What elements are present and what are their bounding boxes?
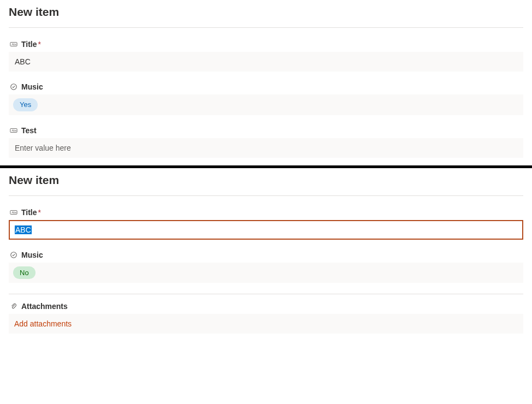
field-music: Music No — [9, 251, 523, 283]
field-music-label-row: Music — [9, 82, 523, 91]
field-attachments-label: Attachments — [21, 302, 68, 311]
header-divider — [9, 27, 523, 28]
test-input[interactable]: Enter value here — [9, 138, 523, 158]
header-divider — [9, 195, 523, 196]
add-attachments-button[interactable]: Add attachments — [9, 314, 523, 334]
music-input[interactable]: No — [9, 263, 523, 283]
music-pill-no[interactable]: No — [13, 266, 36, 280]
required-asterisk: * — [38, 40, 41, 49]
form-panel-1: New item Abc Title* ABC Mu — [0, 0, 532, 165]
text-field-icon: Abc — [10, 40, 17, 48]
form-header: New item — [9, 5, 523, 19]
form-header: New item — [9, 174, 523, 187]
field-attachments-label-row: Attachments — [9, 302, 523, 311]
field-music-label: Music — [21, 251, 43, 259]
field-attachments: Attachments Add attachments — [9, 302, 523, 334]
title-input[interactable]: ABC — [9, 52, 523, 72]
field-music-label: Music — [21, 82, 43, 91]
svg-text:Abc: Abc — [12, 43, 17, 46]
field-title-label: Title* — [21, 40, 41, 49]
title-input-selected-text: ABC — [15, 225, 32, 234]
music-pill-yes[interactable]: Yes — [13, 98, 38, 111]
field-music-label-row: Music — [9, 251, 523, 259]
field-title: Abc Title* ABC — [9, 208, 523, 240]
form-panel-2: New item Abc Title* ABC — [0, 168, 532, 340]
field-test: Abc Test Enter value here — [9, 126, 523, 158]
field-title: Abc Title* ABC — [9, 40, 523, 72]
text-field-icon: Abc — [10, 209, 17, 216]
required-asterisk: * — [38, 208, 41, 217]
field-test-label: Test — [21, 126, 37, 135]
section-divider — [9, 294, 523, 294]
svg-text:Abc: Abc — [12, 129, 17, 132]
music-input[interactable]: Yes — [9, 94, 523, 115]
field-title-label-row: Abc Title* — [9, 40, 523, 49]
field-title-label: Title* — [21, 208, 41, 217]
choice-field-icon — [10, 83, 17, 91]
text-field-icon: Abc — [10, 127, 17, 134]
field-title-label-row: Abc Title* — [9, 208, 523, 217]
paperclip-icon — [10, 302, 17, 310]
svg-text:Abc: Abc — [12, 211, 17, 214]
title-input-focused[interactable]: ABC — [9, 220, 523, 240]
field-test-label-row: Abc Test — [9, 126, 523, 135]
field-music: Music Yes — [9, 82, 523, 115]
choice-field-icon — [10, 251, 17, 259]
